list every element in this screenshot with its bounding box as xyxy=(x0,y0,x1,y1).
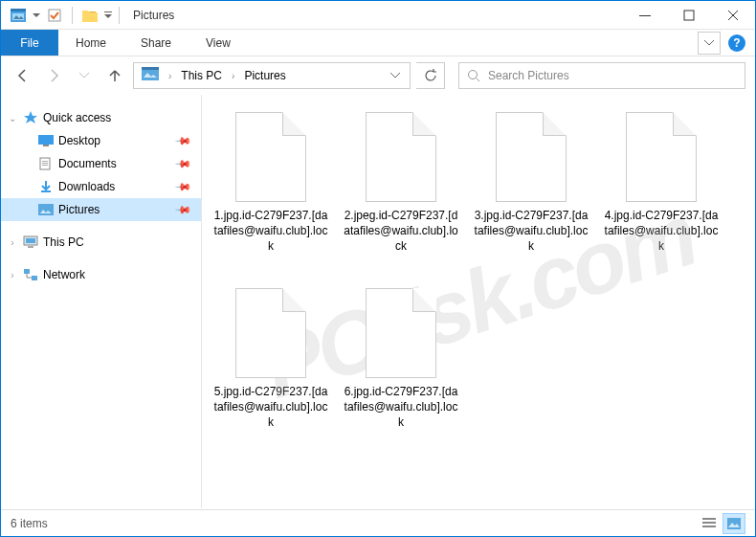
qat-dropdown[interactable] xyxy=(103,11,113,19)
svg-rect-16 xyxy=(42,163,48,164)
search-input[interactable]: Search Pictures xyxy=(458,62,745,89)
sidebar-item-downloads[interactable]: Downloads 📌 xyxy=(1,175,201,198)
tab-share[interactable]: Share xyxy=(123,30,189,56)
quick-access-toolbar: Pictures xyxy=(1,5,174,26)
svg-rect-13 xyxy=(43,145,49,146)
file-name: 2.jpeg.id-C279F237.[datafiles@waifu.club… xyxy=(340,208,462,255)
recent-dropdown[interactable] xyxy=(72,63,97,88)
file-thumbnail xyxy=(235,112,306,202)
forward-button[interactable] xyxy=(41,63,66,88)
svg-rect-1 xyxy=(11,9,26,11)
file-name: 3.jpg.id-C279F237.[datafiles@waifu.club]… xyxy=(470,208,592,255)
window-controls xyxy=(623,1,755,30)
svg-rect-22 xyxy=(26,238,35,243)
svg-rect-17 xyxy=(42,165,48,166)
desktop-icon xyxy=(37,133,55,148)
file-grid[interactable]: PCrisk.com 1.jpg.id-C279F237.[datafiles@… xyxy=(202,95,755,508)
properties-button[interactable] xyxy=(43,5,66,26)
file-name: 1.jpg.id-C279F237.[datafiles@waifu.club]… xyxy=(210,208,332,255)
pin-icon: 📌 xyxy=(173,200,191,218)
breadcrumb-dropdown[interactable] xyxy=(385,73,406,78)
svg-rect-24 xyxy=(24,269,30,274)
network-icon xyxy=(22,267,39,282)
expand-ribbon-button[interactable] xyxy=(698,32,721,55)
computer-icon xyxy=(22,235,39,250)
search-placeholder: Search Pictures xyxy=(488,69,569,82)
pin-icon: 📌 xyxy=(173,177,191,195)
svg-rect-18 xyxy=(41,190,51,192)
file-thumbnail xyxy=(626,112,697,202)
file-item[interactable]: 4.jpg.id-C279F237.[datafiles@waifu.club]… xyxy=(600,108,723,279)
file-tab[interactable]: File xyxy=(1,30,58,56)
tab-view[interactable]: View xyxy=(189,30,248,56)
svg-rect-12 xyxy=(38,135,54,145)
chevron-right-icon[interactable]: › xyxy=(163,71,177,81)
file-name: 4.jpg.id-C279F237.[datafiles@waifu.club]… xyxy=(600,208,723,255)
sidebar-quick-access[interactable]: ⌄ Quick access xyxy=(1,106,201,129)
chevron-right-icon[interactable]: › xyxy=(7,237,18,248)
file-name: 6.jpg.id-C279F237.[datafiles@waifu.club]… xyxy=(340,384,462,431)
main-area: ⌄ Quick access Desktop 📌 Documents 📌 Dow… xyxy=(1,95,755,508)
file-thumbnail xyxy=(496,112,567,202)
svg-rect-26 xyxy=(702,518,716,520)
svg-rect-23 xyxy=(28,246,33,248)
file-item[interactable]: 6.jpg.id-C279F237.[datafiles@waifu.club]… xyxy=(340,284,462,455)
pin-icon: 📌 xyxy=(173,154,191,172)
svg-rect-7 xyxy=(684,11,694,20)
svg-rect-25 xyxy=(32,276,37,280)
thumbnails-view-button[interactable] xyxy=(723,513,745,534)
tab-home[interactable]: Home xyxy=(58,30,123,56)
up-button[interactable] xyxy=(102,63,127,88)
back-button[interactable] xyxy=(11,63,35,88)
breadcrumb-thispc[interactable]: This PC xyxy=(177,69,226,82)
window-title: Pictures xyxy=(133,9,174,22)
svg-rect-29 xyxy=(727,518,741,529)
navigation-bar: › This PC › Pictures Search Pictures xyxy=(1,56,755,95)
sidebar-item-documents[interactable]: Documents 📌 xyxy=(1,152,201,175)
pictures-folder-icon xyxy=(142,67,159,84)
file-item[interactable]: 1.jpg.id-C279F237.[datafiles@waifu.club]… xyxy=(210,108,332,279)
file-thumbnail xyxy=(366,288,436,378)
svg-rect-27 xyxy=(702,522,716,524)
chevron-down-icon[interactable]: ⌄ xyxy=(7,113,18,123)
help-icon[interactable]: ? xyxy=(728,34,745,52)
breadcrumb-pictures[interactable]: Pictures xyxy=(240,69,289,82)
svg-rect-6 xyxy=(639,15,651,16)
system-menu-dropdown[interactable] xyxy=(32,13,41,17)
item-count: 6 items xyxy=(11,517,48,530)
status-bar: 6 items xyxy=(1,509,755,536)
pin-icon: 📌 xyxy=(173,131,191,149)
svg-rect-4 xyxy=(49,10,60,21)
documents-icon xyxy=(37,156,55,171)
navigation-pane: ⌄ Quick access Desktop 📌 Documents 📌 Dow… xyxy=(1,95,202,508)
app-icon[interactable] xyxy=(7,5,30,26)
breadcrumb[interactable]: › This PC › Pictures xyxy=(133,62,411,89)
svg-point-11 xyxy=(469,71,478,79)
folder-icon[interactable] xyxy=(78,5,101,26)
file-item[interactable]: 3.jpg.id-C279F237.[datafiles@waifu.club]… xyxy=(470,108,592,279)
file-item[interactable]: 2.jpeg.id-C279F237.[datafiles@waifu.club… xyxy=(340,108,462,279)
file-item[interactable]: 5.jpg.id-C279F237.[datafiles@waifu.club]… xyxy=(210,284,332,455)
sidebar-item-desktop[interactable]: Desktop 📌 xyxy=(1,129,201,152)
titlebar: Pictures xyxy=(1,1,755,30)
sidebar-this-pc[interactable]: › This PC xyxy=(1,231,201,254)
svg-rect-9 xyxy=(142,67,159,70)
minimize-button[interactable] xyxy=(623,1,667,30)
svg-rect-19 xyxy=(38,204,54,215)
view-toggles xyxy=(698,513,745,534)
sidebar-network[interactable]: › Network xyxy=(1,263,201,286)
chevron-right-icon[interactable]: › xyxy=(7,270,18,280)
svg-rect-28 xyxy=(702,526,716,527)
pictures-icon xyxy=(37,202,55,217)
maximize-button[interactable] xyxy=(667,1,711,30)
file-thumbnail xyxy=(366,112,436,202)
chevron-right-icon[interactable]: › xyxy=(226,71,240,81)
downloads-icon xyxy=(37,179,55,194)
refresh-button[interactable] xyxy=(416,62,445,89)
close-button[interactable] xyxy=(711,1,755,30)
sidebar-item-pictures[interactable]: Pictures 📌 xyxy=(1,198,201,221)
svg-rect-5 xyxy=(104,11,112,12)
details-view-button[interactable] xyxy=(698,513,721,534)
star-icon xyxy=(22,110,39,125)
svg-rect-15 xyxy=(42,161,48,162)
